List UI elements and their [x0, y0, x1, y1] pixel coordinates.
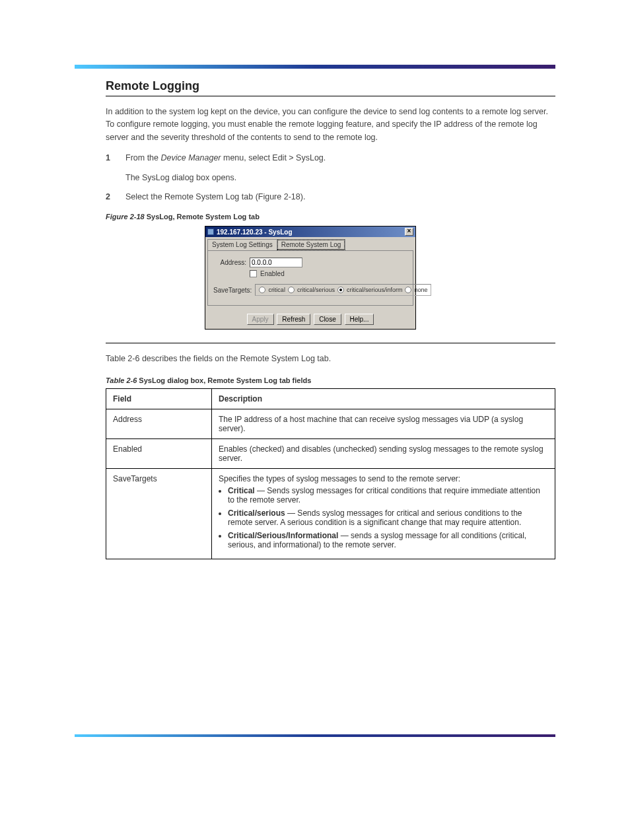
cell-desc-savetargets: Specifies the types of syslog messages t… — [212, 468, 555, 559]
table-row: SaveTargets Specifies the types of syslo… — [106, 468, 555, 559]
refresh-button[interactable]: Refresh — [277, 314, 310, 325]
tabstrip: System Log Settings Remote System Log — [205, 237, 415, 250]
address-input[interactable] — [250, 258, 302, 267]
th-field: Field — [106, 388, 212, 409]
dialog-title: 192.167.120.23 - SysLog — [217, 228, 293, 236]
page-bottom-bar — [75, 734, 555, 737]
radio-none-label: none — [414, 287, 427, 293]
cell-field-savetargets: SaveTargets — [106, 468, 212, 559]
savetargets-row: SaveTargets: critical critical/serious c… — [213, 284, 407, 296]
step-1-body: From the Device Manager menu, select Edi… — [125, 152, 555, 184]
radio-critical[interactable] — [259, 287, 265, 293]
table-row: Address The IP address of a host machine… — [106, 409, 555, 438]
dialog-title-left: 192.167.120.23 - SysLog — [207, 228, 293, 236]
step-1-number: 1 — [106, 152, 115, 184]
cell-field-address: Address — [106, 409, 212, 438]
tab-system-log-settings[interactable]: System Log Settings — [207, 239, 277, 250]
table-intro: Table 2-6 describes the fields on the Re… — [106, 353, 555, 365]
page-top-bar — [75, 65, 555, 69]
step-1: 1 From the Device Manager menu, select E… — [106, 152, 555, 184]
dialog-button-row: Apply Refresh Close Help... — [205, 310, 415, 329]
dialog-titlebar: 192.167.120.23 - SysLog × — [205, 227, 415, 237]
radio-critical-serious[interactable] — [288, 287, 295, 293]
table-row: Enabled Enables (checked) and disables (… — [106, 438, 555, 468]
cell-field-enabled: Enabled — [106, 438, 212, 468]
close-icon[interactable]: × — [405, 228, 413, 236]
app-icon — [207, 228, 214, 235]
step-2-body: Select the Remote System Log tab (Figure… — [125, 191, 555, 203]
li-text-0: — Sends syslog messages for critical con… — [228, 486, 540, 505]
cell-desc-address: The IP address of a host machine that ca… — [212, 409, 555, 438]
figure-caption: Figure 2-18 SysLog, Remote System Log ta… — [106, 213, 555, 221]
step-2: 2 Select the Remote System Log tab (Figu… — [106, 191, 555, 203]
radio-none[interactable] — [405, 287, 411, 293]
address-label: Address: — [213, 259, 246, 266]
help-button[interactable]: Help... — [345, 314, 374, 325]
enabled-checkbox[interactable] — [250, 270, 257, 277]
close-button[interactable]: Close — [314, 314, 341, 325]
li-label-0: Critical — [228, 486, 255, 495]
page-content: Remote Logging In addition to the system… — [106, 79, 555, 559]
th-description: Description — [212, 388, 555, 409]
syslog-dialog: 192.167.120.23 - SysLog × System Log Set… — [205, 226, 416, 330]
list-item: Critical/serious — Sends syslog messages… — [228, 508, 548, 527]
address-row: Address: — [213, 258, 407, 267]
fields-table: Field Description Address The IP address… — [106, 388, 555, 559]
savetargets-desc-intro: Specifies the types of syslog messages t… — [219, 474, 460, 483]
li-label-1: Critical/serious — [228, 508, 285, 518]
rule-under-heading — [106, 96, 555, 96]
enabled-label: Enabled — [260, 270, 285, 277]
savetargets-radio-group: critical critical/serious critical/serio… — [255, 284, 431, 296]
intro-paragraph: In addition to the system log kept on th… — [106, 106, 555, 144]
rule-under-figure — [106, 343, 555, 343]
li-label-2: Critical/Serious/Informational — [228, 531, 338, 540]
radio-critical-serious-inform-label: critical/serious/inform — [347, 287, 403, 293]
step-1-body-pre: From the — [125, 153, 161, 162]
cell-desc-enabled: Enables (checked) and disables (unchecke… — [212, 438, 555, 468]
step-1-result: The SysLog dialog box opens. — [125, 172, 555, 184]
radio-critical-serious-inform[interactable] — [337, 287, 344, 293]
section-heading: Remote Logging — [106, 79, 555, 93]
dialog-body: Address: Enabled SaveTargets: critical c… — [207, 250, 413, 306]
tab-remote-system-log[interactable]: Remote System Log — [277, 239, 346, 250]
radio-critical-label: critical — [268, 287, 285, 293]
table-caption-label: Table 2-6 — [106, 376, 137, 384]
enabled-row: Enabled — [213, 270, 407, 277]
table-caption-title: SysLog dialog box, Remote System Log tab… — [139, 376, 311, 384]
apply-button[interactable]: Apply — [247, 314, 274, 325]
savetargets-label: SaveTargets: — [213, 287, 252, 294]
step-1-body-post: menu, select Edit > SysLog. — [221, 153, 326, 162]
radio-critical-serious-label: critical/serious — [297, 287, 335, 293]
savetargets-sublist: Critical — Sends syslog messages for cri… — [219, 486, 548, 549]
figure-title: SysLog, Remote System Log tab — [147, 213, 260, 221]
step-1-body-italic: Device Manager — [161, 153, 221, 162]
step-2-number: 2 — [106, 191, 115, 203]
list-item: Critical/Serious/Informational — sends a… — [228, 531, 548, 549]
list-item: Critical — Sends syslog messages for cri… — [228, 486, 548, 505]
table-caption: Table 2-6 SysLog dialog box, Remote Syst… — [106, 376, 555, 384]
figure-label: Figure 2-18 — [106, 213, 145, 221]
